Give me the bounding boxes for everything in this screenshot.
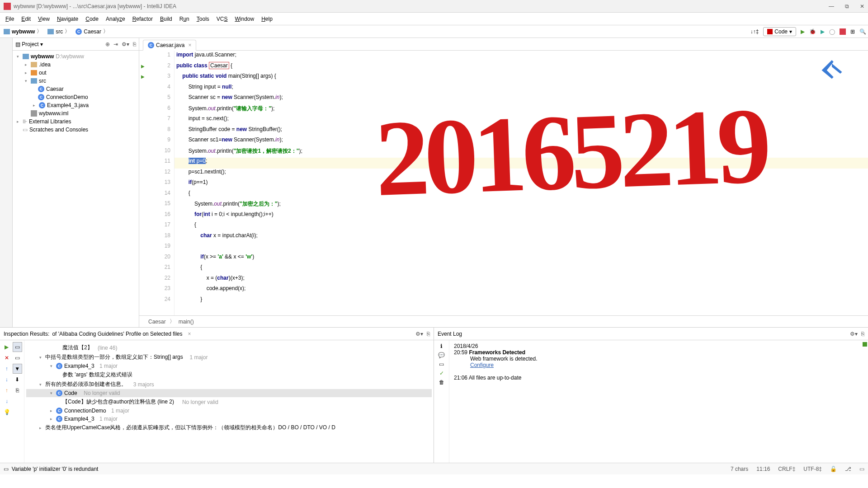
- window-title: wybwww [D:\wybwww] - ...\src\Caesar.java…: [14, 3, 176, 9]
- down2-icon[interactable]: ↓: [2, 396, 12, 406]
- run-button[interactable]: ▶: [801, 28, 805, 35]
- menu-help[interactable]: Help: [258, 14, 276, 24]
- stop-button[interactable]: [840, 28, 846, 35]
- log-date: 2018/4/26: [454, 343, 863, 349]
- menu-edit[interactable]: Edit: [18, 14, 34, 24]
- settings-icon[interactable]: ⎘: [13, 385, 23, 395]
- hide-icon[interactable]: ⎘: [861, 331, 864, 337]
- readonly-icon[interactable]: 🔓: [830, 466, 837, 472]
- layout-button[interactable]: ⊞: [850, 28, 855, 35]
- status-encoding[interactable]: UTF-8‡: [803, 466, 822, 472]
- inspection-toolbar: ▶▭ ✕▭ ↑▼ ↓⬇ ↑⎘ ↓ 💡: [0, 340, 24, 463]
- notif-icon[interactable]: ▭: [859, 466, 864, 472]
- menu-build[interactable]: Build: [156, 14, 176, 24]
- menu-run[interactable]: Run: [176, 14, 193, 24]
- up-icon[interactable]: ↑: [2, 364, 12, 374]
- git-icon[interactable]: ⎇: [845, 466, 851, 472]
- tab-caesar[interactable]: C Caesar.java ×: [143, 40, 196, 51]
- gutter: 1▶2▶345678910111213141516171819202122232…: [149, 51, 175, 315]
- down-icon[interactable]: ↓: [2, 375, 12, 385]
- java-class-icon: C: [148, 42, 154, 48]
- up2-icon[interactable]: ↑: [2, 385, 12, 395]
- menu-view[interactable]: View: [34, 14, 53, 24]
- tab-row: C Caesar.java ×: [139, 38, 868, 51]
- minimize-button[interactable]: —: [829, 3, 834, 9]
- group-icon[interactable]: ▭: [13, 342, 23, 352]
- filter-icon[interactable]: ▼: [13, 364, 23, 374]
- menu-navigate[interactable]: Navigate: [53, 14, 82, 24]
- status-message: Variable 'p' initializer '0' is redundan…: [12, 466, 99, 472]
- configure-link[interactable]: Configure: [470, 362, 494, 368]
- log-event: All files are up-to-date: [469, 375, 522, 381]
- editor-body[interactable]: 1▶2▶345678910111213141516171819202122232…: [139, 51, 868, 315]
- eventlog-title: Event Log: [438, 331, 462, 337]
- statusbar: ▭ Variable 'p' initializer '0' is redund…: [0, 463, 868, 474]
- editor-area: C Caesar.java × 1▶2▶34567891011121314151…: [139, 38, 868, 327]
- sync-icon[interactable]: ↓↑‡: [750, 28, 759, 35]
- project-tree[interactable]: ▾wybwww D:\wybwww ▸.idea ▸out ▾src CCaes…: [13, 51, 139, 327]
- menu-tools[interactable]: Tools: [193, 14, 213, 24]
- menu-analyze[interactable]: Analyze: [102, 14, 129, 24]
- close-tab-icon[interactable]: ×: [188, 42, 191, 48]
- menu-window[interactable]: Window: [231, 14, 258, 24]
- error-icon: [767, 29, 773, 34]
- crumb-src[interactable]: src 〉: [46, 27, 72, 36]
- project-tool-button[interactable]: [0, 38, 13, 327]
- bulb-icon[interactable]: 💡: [2, 407, 12, 417]
- maximize-button[interactable]: ⧉: [845, 3, 849, 9]
- eventlog-content: 2018/4/26 20:59 Frameworks Detected Web …: [449, 340, 868, 463]
- app-icon: [4, 3, 11, 10]
- menu-code[interactable]: Code: [82, 14, 102, 24]
- search-button[interactable]: 🔍: [859, 28, 866, 35]
- info-icon[interactable]: ℹ: [440, 343, 443, 349]
- close-button[interactable]: ✕: [860, 3, 864, 9]
- cancel-icon[interactable]: ✕: [2, 353, 12, 363]
- eventlog-header: Event Log ⚙▾⎘: [434, 328, 868, 340]
- status-line-ending[interactable]: CRLF‡: [778, 466, 795, 472]
- collapse-icon[interactable]: ⇥: [113, 41, 118, 47]
- run-config-selector[interactable]: Code ▾: [763, 27, 796, 36]
- code-breadcrumb: Caesar 〉 main(): [139, 315, 868, 327]
- profile-button[interactable]: ◯: [829, 28, 835, 35]
- check-icon[interactable]: ✓: [439, 370, 444, 376]
- inspection-tree[interactable]: 魔法值【2】 (line 46) ▾中括号是数组类型的一部分，数组定义如下：St…: [24, 340, 434, 463]
- main-area: ▤ Project ▾ ⊕ ⇥ ⚙▾ ⎘ ▾wybwww D:\wybwww ▸…: [0, 38, 868, 327]
- locate-icon[interactable]: ⊕: [105, 41, 110, 47]
- navbar: wybwww 〉 src 〉 CCaesar 〉 ↓↑‡ Code ▾ ▶ 🐞 …: [0, 25, 868, 38]
- java-class-icon: C: [75, 28, 82, 35]
- menubar: File Edit View Navigate Code Analyze Ref…: [0, 13, 868, 25]
- coverage-button[interactable]: ▶: [821, 28, 825, 35]
- inspection-profile: of 'Alibaba Coding Guidelines' Profile o…: [52, 331, 182, 337]
- menu-vcs[interactable]: VCS: [213, 14, 231, 24]
- project-header: ▤ Project ▾ ⊕ ⇥ ⚙▾ ⎘: [13, 38, 139, 51]
- logo-watermark: [814, 53, 850, 80]
- crumb-method[interactable]: main(): [179, 319, 194, 325]
- crumb-class[interactable]: Caesar: [148, 319, 166, 325]
- gear-icon[interactable]: ⚙▾: [415, 331, 423, 337]
- code-content[interactable]: import java.util.Scanner; public class C…: [175, 51, 868, 315]
- balloon-icon[interactable]: 💬: [438, 352, 445, 358]
- debug-button[interactable]: 🐞: [809, 28, 816, 35]
- project-view-selector[interactable]: ▤ Project ▾: [15, 41, 43, 47]
- crumb-root[interactable]: wybwww 〉: [2, 27, 44, 36]
- trash-icon[interactable]: 🗑: [439, 379, 444, 385]
- gear-icon[interactable]: ⚙▾: [122, 41, 129, 47]
- rerun-icon[interactable]: ▶: [2, 342, 12, 352]
- export-icon[interactable]: ⬇: [13, 375, 23, 385]
- menu-file[interactable]: File: [2, 14, 18, 24]
- crumb-file[interactable]: CCaesar 〉: [74, 27, 110, 36]
- folder-icon: [47, 29, 54, 34]
- group2-icon[interactable]: ▭: [13, 353, 23, 363]
- status-pos[interactable]: 11:16: [756, 466, 770, 472]
- log-detail: Web framework is detected.: [454, 356, 863, 362]
- inspection-title: Inspection Results:: [4, 331, 49, 337]
- mark-icon[interactable]: ▭: [439, 361, 444, 367]
- menu-refactor[interactable]: Refactor: [129, 14, 156, 24]
- eventlog-panel: Event Log ⚙▾⎘ ℹ 💬 ▭ ✓ 🗑 2018/4/26 20:59 …: [434, 328, 868, 463]
- gear-icon[interactable]: ⚙▾: [850, 331, 858, 337]
- status-chars: 7 chars: [731, 466, 748, 472]
- status-icon[interactable]: ▭: [4, 466, 9, 472]
- hide-icon[interactable]: ⎘: [427, 331, 430, 337]
- hide-icon[interactable]: ⎘: [133, 41, 136, 47]
- close-profile-icon[interactable]: ×: [188, 331, 191, 337]
